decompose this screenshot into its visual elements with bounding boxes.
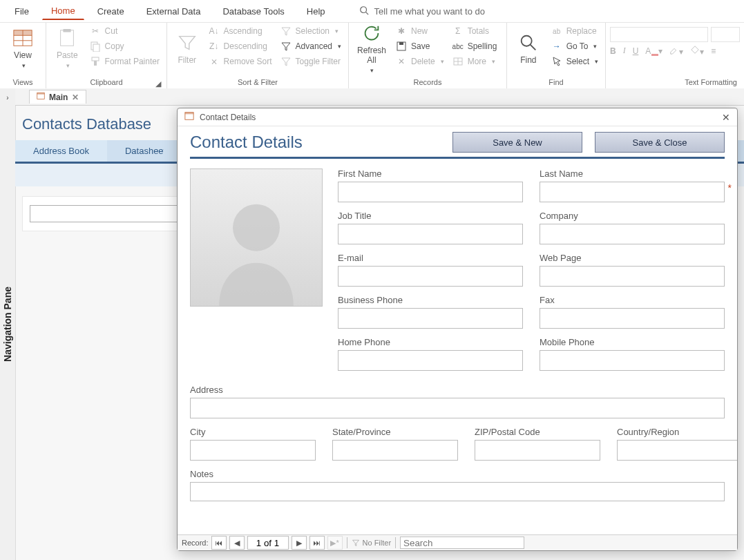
italic-button[interactable]: I — [623, 46, 626, 56]
menu-home[interactable]: Home — [42, 2, 84, 20]
chevron-down-icon: ▾ — [66, 62, 70, 69]
chevron-down-icon: ▾ — [370, 67, 374, 74]
menu-help[interactable]: Help — [298, 3, 334, 20]
toggle-filter-icon — [280, 56, 292, 67]
view-icon — [12, 28, 33, 48]
save-icon — [396, 41, 407, 52]
more-button[interactable]: More▾ — [450, 55, 500, 68]
view-button[interactable]: View ▾ — [4, 24, 41, 73]
delete-icon: ✕ — [396, 56, 407, 67]
cut-button[interactable]: ✂Cut — [87, 24, 162, 38]
document-tabstrip: Main ✕ — [15, 88, 744, 90]
grid-icon — [452, 56, 464, 67]
delete-record-button[interactable]: ✕Delete▾ — [393, 55, 447, 68]
ribbon-group-views: View ▾ Views — [0, 23, 46, 89]
sort-asc-icon: A↓ — [209, 26, 220, 37]
cursor-icon — [551, 56, 562, 67]
paste-button[interactable]: Paste ▾ — [50, 24, 84, 73]
descending-button[interactable]: Z↓Descending — [206, 39, 275, 53]
goto-icon: → — [551, 41, 562, 52]
ribbon-group-sort-filter: Filter A↓Ascending Z↓Descending ⨯Remove … — [167, 23, 349, 89]
spelling-icon: abc — [452, 41, 464, 52]
fill-color-button[interactable]: ▾ — [690, 45, 704, 57]
svg-line-19 — [531, 44, 536, 50]
selection-button[interactable]: Selection▾ — [278, 24, 344, 38]
filter-button[interactable]: Filter — [171, 24, 203, 73]
group-label-records: Records — [353, 77, 502, 89]
funnel-icon — [177, 32, 198, 53]
refresh-all-button[interactable]: Refresh All ▾ — [353, 24, 390, 73]
group-label-sort: Sort & Filter — [171, 77, 344, 89]
svg-point-18 — [522, 35, 532, 46]
toggle-filter-button[interactable]: Toggle Filter — [278, 55, 344, 68]
sort-desc-icon: Z↓ — [209, 41, 220, 52]
navigation-pane-collapsed[interactable]: › Navigation Pane — [0, 88, 16, 90]
replace-button[interactable]: abReplace — [549, 24, 601, 38]
dialog-launcher-icon[interactable]: ◢ — [154, 79, 162, 88]
chevron-down-icon: ▾ — [22, 62, 26, 69]
menu-bar: File Home Create External Data Database … — [0, 0, 744, 23]
selection-icon — [280, 26, 292, 37]
group-label-find: Find — [511, 77, 601, 89]
align-button[interactable]: ≡ — [711, 46, 716, 56]
refresh-icon — [361, 23, 382, 44]
sigma-icon: Σ — [452, 26, 464, 37]
svg-rect-14 — [399, 42, 403, 45]
underline-button[interactable]: U — [633, 46, 639, 56]
advanced-filter-icon — [280, 41, 292, 52]
ribbon: View ▾ Views Paste ▾ ✂Cut Copy Format Pa… — [0, 23, 744, 90]
group-label-views: Views — [4, 77, 41, 89]
replace-icon: ab — [551, 26, 562, 37]
ribbon-group-textfmt: B I U A▾ ▾ ▾ ≡ Text Formatting — [606, 23, 744, 89]
tell-me-label: Tell me what you want to do — [374, 6, 485, 17]
advanced-button[interactable]: Advanced▾ — [278, 39, 344, 53]
new-icon: ✱ — [396, 26, 407, 37]
menu-database-tools[interactable]: Database Tools — [213, 3, 293, 20]
highlight-button[interactable]: ▾ — [669, 45, 683, 57]
ascending-button[interactable]: A↓Ascending — [206, 24, 275, 38]
menu-file[interactable]: File — [6, 3, 38, 20]
group-label-textfmt: Text Formatting — [610, 77, 740, 89]
work-area: › Navigation Pane Main ✕ Contacts Databa… — [0, 88, 744, 90]
remove-sort-button[interactable]: ⨯Remove Sort — [206, 55, 275, 68]
svg-rect-10 — [93, 44, 99, 52]
magnifier-icon — [518, 32, 539, 53]
find-button[interactable]: Find — [511, 24, 546, 73]
ribbon-group-clipboard: Paste ▾ ✂Cut Copy Format Painter Clipboa… — [46, 23, 167, 89]
save-record-button[interactable]: Save — [393, 39, 447, 53]
paste-icon — [57, 28, 77, 48]
menu-create[interactable]: Create — [88, 3, 133, 20]
font-name-combo[interactable] — [610, 27, 708, 42]
copy-button[interactable]: Copy — [87, 39, 162, 53]
svg-rect-12 — [94, 61, 97, 66]
font-color-button[interactable]: A▾ — [645, 46, 662, 56]
svg-rect-8 — [64, 29, 71, 32]
svg-line-1 — [365, 12, 368, 15]
search-icon — [359, 6, 369, 17]
format-painter-button[interactable]: Format Painter — [87, 55, 162, 68]
totals-button[interactable]: ΣTotals — [450, 24, 500, 38]
bold-button[interactable]: B — [610, 46, 616, 56]
scissors-icon: ✂ — [90, 26, 101, 37]
goto-button[interactable]: →Go To▾ — [549, 39, 601, 53]
ribbon-group-find: Find abReplace →Go To▾ Select▾ Find — [507, 23, 606, 89]
tell-me-search[interactable]: Tell me what you want to do — [359, 6, 485, 17]
svg-rect-7 — [61, 30, 74, 46]
paintbrush-icon — [90, 56, 101, 67]
ribbon-group-records: Refresh All ▾ ✱New Save ✕Delete▾ ΣTotals… — [349, 23, 507, 89]
new-record-button[interactable]: ✱New — [393, 24, 447, 38]
menu-external-data[interactable]: External Data — [137, 3, 210, 20]
font-size-combo[interactable] — [711, 27, 740, 42]
group-label-clipboard: Clipboard◢ — [50, 77, 162, 89]
svg-rect-11 — [92, 57, 99, 61]
remove-sort-icon: ⨯ — [209, 56, 220, 67]
copy-icon — [90, 41, 101, 52]
spelling-button[interactable]: abcSpelling — [450, 39, 500, 53]
svg-point-0 — [360, 6, 366, 12]
select-button[interactable]: Select▾ — [549, 55, 601, 68]
